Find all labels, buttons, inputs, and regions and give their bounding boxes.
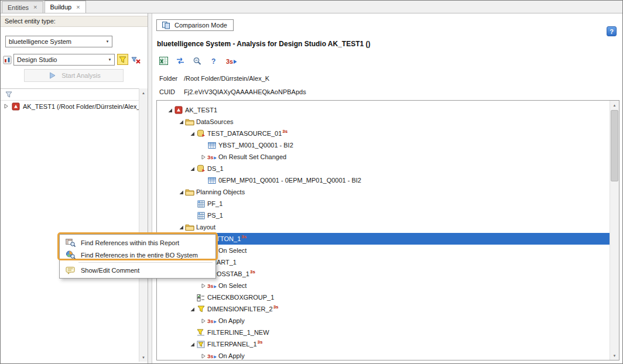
reference-count-badge: 3s [258, 339, 263, 345]
tree-node[interactable]: 3sOn Result Set Changed [157, 151, 610, 163]
excel-export-button[interactable] [157, 55, 170, 67]
filter-button[interactable] [117, 54, 128, 65]
page-title: bluetelligence System - Analysis for Des… [157, 40, 371, 48]
question-button[interactable]: ? [208, 55, 221, 67]
expand-arrow-icon[interactable] [200, 353, 207, 359]
comment-icon [64, 266, 76, 275]
refresh-transfer-button[interactable] [174, 55, 187, 67]
reference-count-badge: 3s [282, 129, 287, 134]
close-icon[interactable]: × [33, 4, 37, 11]
collapse-arrow-icon[interactable] [177, 190, 184, 195]
entity-type-dropdown-value: Design Studio [14, 56, 105, 63]
scroll-down-arrow[interactable]: ▼ [139, 353, 148, 362]
help-button[interactable]: ? [607, 26, 617, 36]
entity-row-label: AK_TEST1 (/Root Folder/Dürrstein/Alex_K) [23, 103, 139, 110]
tree-node-label: PS_1 [206, 212, 223, 219]
clear-filter-button[interactable] [130, 55, 141, 66]
svg-text:3s: 3s [207, 154, 214, 160]
query-icon [207, 140, 217, 150]
context-menu-item[interactable]: Find References in the entire BO System [61, 249, 214, 261]
tree-node[interactable]: 3sOn Apply [157, 315, 610, 327]
tab-buildup[interactable]: Buildup × [44, 1, 86, 13]
filterpanel-icon [196, 339, 206, 349]
tree-node[interactable]: CHART_1 [157, 256, 610, 268]
expand-arrow-icon[interactable] [200, 154, 207, 160]
collapse-arrow-icon[interactable] [189, 131, 196, 136]
analysis-tree: AK_TEST1DataSourcesTEST_DATASOURCE_013sY… [157, 104, 610, 360]
tree-node[interactable]: FILTERLINE_1_NEW [157, 327, 610, 338]
chevron-down-icon: ▼ [105, 58, 114, 61]
expand-arrow-icon[interactable] [200, 283, 207, 289]
tree-node[interactable]: 0EPM_MP01_Q0001 - 0EPM_MP01_Q0001 - BI2 [157, 174, 610, 186]
checkboxgroup-icon [196, 293, 206, 302]
menu-item-label: Show/Edit Comment [81, 267, 139, 274]
start-analysis-label: Start Analysis [61, 72, 101, 79]
tree-node[interactable]: YBST_M001_Q0001 - BI2 [157, 139, 610, 151]
tree-node[interactable]: PF_1 [157, 198, 610, 210]
expand-arrow-icon[interactable] [4, 103, 9, 110]
start-analysis-button[interactable]: Start Analysis [24, 69, 124, 82]
folder-icon [184, 117, 195, 126]
tree-node[interactable]: PS_1 [157, 210, 610, 221]
cuid-row: CUID Fj2.eVrV3QIAXyQAAAAHEQkAoNPBApds [159, 88, 306, 95]
collapse-arrow-icon[interactable] [189, 166, 196, 171]
svg-text:3s: 3s [207, 318, 214, 324]
tree-node[interactable]: DIMENSIONFILTER_23s [157, 303, 610, 315]
references-3s-icon: 3s [226, 56, 237, 66]
entity-result-row[interactable]: AK_TEST1 (/Root Folder/Dürrstein/Alex_K) [1, 101, 139, 112]
scroll-down-arrow[interactable]: ▼ [610, 351, 619, 360]
scroll-up-arrow[interactable]: ▲ [610, 101, 619, 109]
tree-node[interactable]: FILTERPANEL_13s [157, 338, 610, 350]
main-toolbar: ?3s [157, 55, 238, 67]
tree-scrollbar[interactable]: ▲ ▼ [610, 101, 619, 360]
filterline-icon [196, 328, 206, 337]
collapse-arrow-icon[interactable] [177, 119, 184, 125]
datasource-icon [196, 164, 206, 173]
system-dropdown-value: bluetelligence System [6, 38, 103, 45]
tree-node[interactable]: 3sOn Apply [157, 350, 610, 360]
tree-node[interactable]: Planning Objects [157, 186, 610, 198]
folder-row: Folder /Root Folder/Dürrstein/Alex_K [159, 75, 269, 82]
find-references-bo-icon [64, 250, 76, 260]
filter-icon [118, 55, 128, 64]
scroll-up-arrow[interactable]: ▲ [139, 88, 148, 97]
scrollbar-thumb[interactable] [611, 110, 618, 181]
tree-node[interactable]: 3sOn Select [157, 280, 610, 291]
collapse-arrow-icon[interactable] [189, 307, 196, 312]
tree-node[interactable]: BUTTON_13s [157, 233, 610, 245]
svg-text:3s: 3s [226, 58, 233, 65]
tree-node-label: YBST_M001_Q0001 - BI2 [217, 142, 293, 149]
collapse-arrow-icon[interactable] [166, 108, 173, 113]
tree-node[interactable]: CROSSTAB_13s [157, 268, 610, 280]
collapse-arrow-icon[interactable] [189, 342, 196, 347]
tree-node-label: DS_1 [206, 165, 224, 172]
folder-value: /Root Folder/Dürrstein/Alex_K [184, 75, 269, 82]
tree-node[interactable]: DS_1 [157, 163, 610, 174]
close-icon[interactable]: × [76, 4, 80, 11]
context-menu-item[interactable]: Show/Edit Comment [61, 264, 214, 276]
tab-entities[interactable]: Entities × [2, 1, 43, 13]
menu-item-label: Find References within this Report [81, 239, 179, 246]
zoom-button[interactable] [191, 55, 204, 67]
tree-node[interactable]: 3sOn Select [157, 245, 610, 256]
tree-node-label: PF_1 [206, 200, 222, 207]
entity-type-dropdown[interactable]: Design Studio ▼ [13, 54, 115, 66]
event-icon: 3s [207, 281, 217, 290]
tree-node-label: DIMENSIONFILTER_2 [206, 305, 273, 313]
entity-selection-panel: Select entity type: bluetelligence Syste… [1, 13, 148, 364]
tree-node[interactable]: CHECKBOXGROUP_1 [157, 291, 610, 303]
collapse-arrow-icon[interactable] [177, 225, 184, 230]
tree-node[interactable]: Layout [157, 221, 610, 233]
comparison-mode-button[interactable]: Comparison Mode [156, 19, 234, 31]
folder-icon [184, 222, 195, 232]
tree-node[interactable]: TEST_DATASOURCE_013s [157, 128, 610, 139]
tree-node[interactable]: DataSources [157, 116, 610, 128]
left-panel-scrollbar[interactable]: ▲ ▼ [139, 88, 148, 362]
grid-filter-row[interactable] [1, 88, 139, 101]
expand-arrow-icon[interactable] [200, 318, 207, 324]
context-menu-item[interactable]: Find References within this Report [61, 236, 214, 249]
system-dropdown[interactable]: bluetelligence System ▼ [5, 36, 112, 47]
tree-node[interactable]: AK_TEST1 [157, 104, 610, 116]
references-3s-button[interactable]: 3s [225, 55, 238, 67]
tab-entities-label: Entities [8, 4, 29, 11]
